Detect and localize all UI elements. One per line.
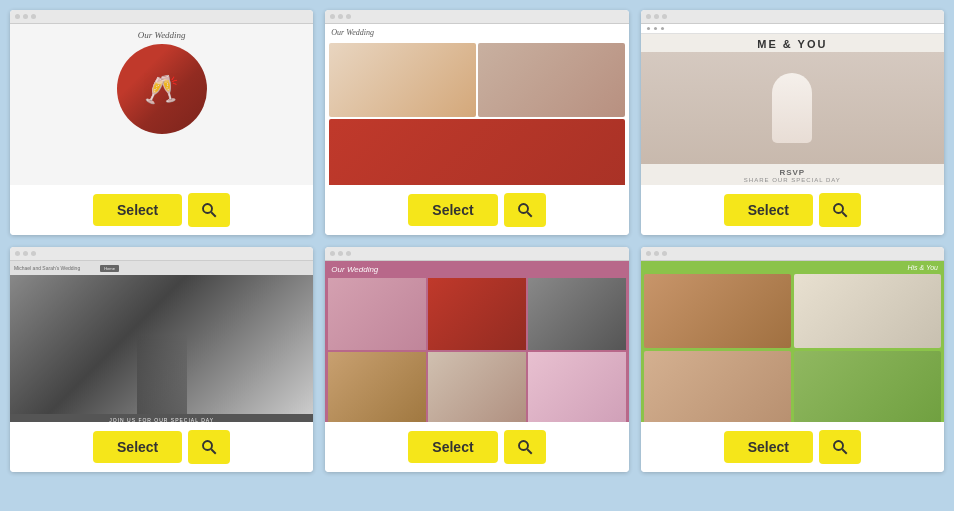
browser-chrome-5 bbox=[325, 247, 628, 261]
card-actions-1: Select bbox=[10, 185, 313, 235]
couple-silhouette bbox=[137, 334, 187, 414]
browser-chrome-3 bbox=[641, 10, 944, 24]
svg-line-1 bbox=[212, 212, 217, 217]
t1-circle: 🥂 bbox=[117, 44, 207, 134]
svg-point-8 bbox=[519, 441, 528, 450]
search-icon-2 bbox=[516, 201, 534, 219]
dot-1 bbox=[15, 14, 20, 19]
select-button-4[interactable]: Select bbox=[93, 431, 182, 463]
dot-7 bbox=[646, 14, 651, 19]
t3-bottom: RSVP SHARE OUR SPECIAL DAY bbox=[641, 164, 944, 185]
card-actions-6: Select bbox=[641, 422, 944, 472]
search-button-5[interactable] bbox=[504, 430, 546, 464]
search-button-3[interactable] bbox=[819, 193, 861, 227]
select-button-3[interactable]: Select bbox=[724, 194, 813, 226]
template-grid: Our Wedding 🥂 Select bbox=[10, 10, 944, 472]
card-preview-6: His & You Please RSVP Below bbox=[641, 247, 944, 422]
t6-cell-1 bbox=[644, 274, 791, 348]
t6-cell-3 bbox=[644, 351, 791, 423]
t6-title: His & You bbox=[641, 261, 944, 274]
card-actions-2: Select bbox=[325, 185, 628, 235]
search-icon-4 bbox=[200, 438, 218, 456]
dot-12 bbox=[31, 251, 36, 256]
t4-header: Michael and Sarah's Wedding Home bbox=[10, 261, 313, 275]
search-button-4[interactable] bbox=[188, 430, 230, 464]
svg-point-2 bbox=[519, 204, 528, 213]
svg-line-3 bbox=[527, 212, 532, 217]
card-preview-4: Michael and Sarah's Wedding Home JOIN US… bbox=[10, 247, 313, 422]
t3-header bbox=[641, 24, 944, 34]
dot-13 bbox=[330, 251, 335, 256]
select-button-5[interactable]: Select bbox=[408, 431, 497, 463]
t6-cell-4 bbox=[794, 351, 941, 423]
t4-home-btn: Home bbox=[100, 265, 119, 272]
svg-line-7 bbox=[212, 449, 217, 454]
template-card-4: Michael and Sarah's Wedding Home JOIN US… bbox=[10, 247, 313, 472]
t3-rsvp-sub: SHARE OUR SPECIAL DAY bbox=[645, 177, 940, 183]
dot-8 bbox=[654, 14, 659, 19]
card-preview-3: ME & YOU RSVP SHARE OUR SPECIAL DAY bbox=[641, 10, 944, 185]
dot-16 bbox=[646, 251, 651, 256]
template-card-6: His & You Please RSVP Below Select bbox=[641, 247, 944, 472]
dot-3 bbox=[31, 14, 36, 19]
t6-collage bbox=[641, 274, 944, 422]
collage-cell-3 bbox=[329, 119, 624, 185]
t5-collage bbox=[325, 278, 628, 422]
t5-cell-3 bbox=[528, 278, 626, 350]
template-card-5: Our Wedding Please RSVP Below Select bbox=[325, 247, 628, 472]
search-button-6[interactable] bbox=[819, 430, 861, 464]
search-icon-5 bbox=[516, 438, 534, 456]
card-preview-5: Our Wedding Please RSVP Below bbox=[325, 247, 628, 422]
t6-cell-2 bbox=[794, 274, 941, 348]
browser-chrome-2 bbox=[325, 10, 628, 24]
t1-title: Our Wedding bbox=[138, 24, 186, 44]
template-preview-me-you: ME & YOU RSVP SHARE OUR SPECIAL DAY bbox=[641, 24, 944, 185]
dot-17 bbox=[654, 251, 659, 256]
t3-bride-photo bbox=[641, 52, 944, 164]
search-button-2[interactable] bbox=[504, 193, 546, 227]
select-button-2[interactable]: Select bbox=[408, 194, 497, 226]
t4-couple-photo bbox=[10, 275, 313, 414]
t2-title: Our Wedding bbox=[325, 24, 628, 41]
svg-point-10 bbox=[834, 441, 843, 450]
t3-rsvp-label: RSVP bbox=[645, 168, 940, 177]
template-card-2: Our Wedding Select bbox=[325, 10, 628, 235]
t5-cell-2 bbox=[428, 278, 526, 350]
browser-chrome-1 bbox=[10, 10, 313, 24]
bride-silhouette bbox=[772, 73, 812, 143]
card-actions-4: Select bbox=[10, 422, 313, 472]
search-icon-3 bbox=[831, 201, 849, 219]
dot-4 bbox=[330, 14, 335, 19]
card-preview-2: Our Wedding bbox=[325, 10, 628, 185]
t3-nav-dot-1 bbox=[647, 27, 650, 30]
collage-cell-2 bbox=[478, 43, 625, 117]
select-button-1[interactable]: Select bbox=[93, 194, 182, 226]
svg-line-11 bbox=[842, 449, 847, 454]
t5-cell-6 bbox=[528, 352, 626, 423]
svg-point-0 bbox=[203, 204, 212, 213]
t4-nav-title: Michael and Sarah's Wedding bbox=[14, 265, 80, 271]
dot-11 bbox=[23, 251, 28, 256]
dot-6 bbox=[346, 14, 351, 19]
t3-nav-dot-3 bbox=[661, 27, 664, 30]
dot-10 bbox=[15, 251, 20, 256]
select-button-6[interactable]: Select bbox=[724, 431, 813, 463]
template-preview-collage: Our Wedding bbox=[325, 24, 628, 185]
t5-title: Our Wedding bbox=[325, 261, 628, 278]
t5-cell-4 bbox=[328, 352, 426, 423]
t4-footer: JOIN US FOR OUR SPECIAL DAY bbox=[10, 414, 313, 422]
template-preview-pink: Our Wedding Please RSVP Below bbox=[325, 261, 628, 422]
collage-cell-1 bbox=[329, 43, 476, 117]
svg-point-6 bbox=[203, 441, 212, 450]
t5-cell-1 bbox=[328, 278, 426, 350]
search-icon-1 bbox=[200, 201, 218, 219]
search-button-1[interactable] bbox=[188, 193, 230, 227]
search-icon-6 bbox=[831, 438, 849, 456]
t5-cell-5 bbox=[428, 352, 526, 423]
template-card-1: Our Wedding 🥂 Select bbox=[10, 10, 313, 235]
browser-chrome-6 bbox=[641, 247, 944, 261]
svg-line-9 bbox=[527, 449, 532, 454]
t3-title: ME & YOU bbox=[641, 34, 944, 52]
browser-chrome-4 bbox=[10, 247, 313, 261]
card-actions-5: Select bbox=[325, 422, 628, 472]
